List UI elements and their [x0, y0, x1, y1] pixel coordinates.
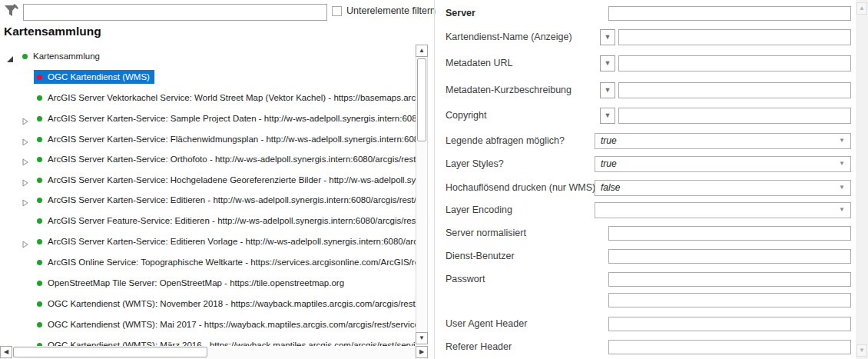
- expander-collapsed-icon[interactable]: [22, 196, 29, 204]
- chevron-down-icon: ▼: [839, 138, 845, 144]
- legende-abfragen-label: Legende abfragen möglich?: [446, 133, 565, 149]
- status-dot-green: [37, 281, 42, 286]
- tree-item[interactable]: ArcGIS Server Karten-Service: Editieren …: [0, 234, 416, 248]
- kartendienst-name-input[interactable]: [618, 29, 851, 45]
- dienst-benutzer-input[interactable]: [608, 249, 851, 264]
- passwort-confirm-input[interactable]: [608, 293, 851, 307]
- user-agent-header-input[interactable]: [608, 317, 851, 331]
- user-agent-header-label: User Agent Header: [446, 316, 527, 332]
- status-dot-green: [37, 178, 42, 183]
- status-dot-green: [37, 198, 42, 203]
- status-dot-green: [37, 218, 42, 224]
- tree-item[interactable]: ArcGIS Server Karten-Service: Hochgelade…: [0, 173, 416, 187]
- status-dot-green: [37, 239, 42, 244]
- tree-item-root[interactable]: Kartensammlung: [0, 49, 416, 63]
- passwort-label: Passwort: [446, 271, 485, 288]
- layer-styles-label: Layer Styles?: [446, 156, 504, 172]
- expander-collapsed-icon[interactable]: [22, 135, 29, 143]
- status-dot-red: [37, 75, 42, 80]
- expander-collapsed-icon[interactable]: [22, 238, 29, 245]
- layer-styles-combobox[interactable]: true ▼: [595, 156, 851, 172]
- status-dot-green: [37, 260, 42, 265]
- form-vertical-scrollbar[interactable]: ▲ ▼: [856, 0, 868, 359]
- scroll-up-icon[interactable]: ▲: [856, 2, 867, 15]
- scroll-down-icon[interactable]: ▼: [416, 332, 428, 344]
- expander-collapsed-icon[interactable]: [22, 176, 29, 184]
- kartendienst-name-label: Kartendienst-Name (Anzeige): [446, 29, 572, 45]
- copyright-dropdown-button[interactable]: ▼: [600, 108, 615, 124]
- chevron-down-icon: ▼: [839, 161, 845, 167]
- scroll-left-icon[interactable]: ◀: [0, 346, 12, 358]
- chevron-down-icon: ▼: [605, 87, 611, 94]
- tree-item[interactable]: ArcGIS Server Feature-Service: Editieren…: [0, 214, 416, 228]
- server-input[interactable]: [608, 6, 851, 21]
- layer-encoding-combobox[interactable]: ▼: [595, 202, 851, 218]
- referer-header-input[interactable]: [608, 340, 851, 354]
- status-dot-green: [37, 157, 42, 162]
- server-label: Server: [446, 5, 475, 22]
- hochaufloesend-drucken-label: Hochauflösend drucken (nur WMS)?: [446, 180, 601, 196]
- expander-collapsed-icon[interactable]: [22, 155, 29, 163]
- chevron-down-icon: ▼: [605, 60, 611, 67]
- metadaten-url-dropdown-button[interactable]: ▼: [600, 55, 615, 71]
- tree-item[interactable]: OGC Kartendienst (WMTS): März 2016 - htt…: [0, 338, 416, 346]
- legende-abfragen-combobox[interactable]: true ▼: [595, 133, 851, 149]
- tree-vertical-scrollbar[interactable]: ▲ ▼: [416, 45, 428, 344]
- metadaten-kurzbeschreibung-label: Metadaten-Kurzbeschreibung: [446, 82, 571, 98]
- passwort-input[interactable]: [608, 272, 851, 287]
- hochaufloesend-drucken-combobox[interactable]: false ▼: [595, 180, 851, 196]
- map-collection-window: Unterelemente filtern Kartensammlung Kar…: [0, 0, 868, 359]
- tree-item[interactable]: ArcGIS Server Vektorkachel Service: Worl…: [0, 91, 416, 105]
- subelements-filter-label[interactable]: Unterelemente filtern: [346, 5, 436, 16]
- copyright-input[interactable]: [618, 108, 851, 124]
- tree-item[interactable]: OGC Kartendienst (WMTS): Mai 2017 - http…: [0, 317, 416, 331]
- status-dot-green: [37, 322, 42, 327]
- metadaten-kurzbeschreibung-input[interactable]: [618, 82, 851, 98]
- tree-item[interactable]: ArcGIS Server Karten-Service: Flächenwid…: [0, 132, 416, 146]
- tree-item[interactable]: ArcGIS Server Karten-Service: Editieren …: [0, 193, 416, 207]
- chevron-down-icon: ▼: [839, 207, 845, 213]
- filter-input[interactable]: [23, 4, 327, 21]
- referer-header-label: Referer Header: [446, 339, 512, 355]
- tree-item[interactable]: OGC Kartendienst (WMTS): November 2018 -…: [0, 297, 416, 311]
- chevron-down-icon: ▼: [605, 112, 611, 119]
- map-collection-tree: Kartensammlung OGC Kartendienst (WMS) Ar…: [0, 45, 416, 346]
- server-normalisiert-input[interactable]: [608, 226, 851, 241]
- chevron-down-icon: ▼: [839, 184, 845, 191]
- tree-item[interactable]: ArcGIS Server Karten-Service: Sample Pro…: [0, 111, 416, 125]
- tree-horizontal-scrollbar[interactable]: ◀ ▶: [0, 346, 428, 359]
- service-properties-form: Server Kartendienst-Name (Anzeige) ▼ Met…: [435, 0, 856, 359]
- metadaten-url-input[interactable]: [618, 55, 851, 71]
- status-dot-green: [37, 301, 42, 307]
- subelements-filter-checkbox[interactable]: [332, 6, 342, 16]
- scroll-right-icon[interactable]: ▶: [416, 346, 428, 358]
- expander-collapsed-icon[interactable]: [22, 115, 29, 122]
- tree-item[interactable]: ArcGIS Online Service: Topographische We…: [0, 255, 416, 269]
- expander-expanded-icon[interactable]: [6, 52, 14, 60]
- horizontal-scroll-thumb[interactable]: [13, 347, 207, 357]
- metadaten-url-label: Metadaten URL: [446, 55, 513, 71]
- status-dot-green: [37, 116, 42, 121]
- status-dot-green: [22, 54, 28, 59]
- scroll-down-icon[interactable]: ▼: [856, 344, 867, 357]
- tree-item[interactable]: OpenStreetMap Tile Server: OpenStreetMap…: [0, 276, 416, 290]
- metadaten-kurzbeschreibung-dropdown-button[interactable]: ▼: [600, 82, 615, 98]
- status-dot-green: [37, 137, 42, 142]
- copyright-label: Copyright: [446, 108, 487, 124]
- page-title: Kartensammlung: [4, 25, 101, 38]
- server-normalisiert-label: Server normalisiert: [446, 225, 526, 241]
- scroll-up-icon[interactable]: ▲: [416, 45, 428, 57]
- tree-item[interactable]: ArcGIS Server Karten-Service: Orthofoto …: [0, 152, 416, 166]
- status-dot-green: [37, 95, 42, 101]
- filter-funnel-edit-icon: [3, 3, 20, 20]
- chevron-down-icon: ▼: [605, 34, 611, 41]
- kartendienst-name-dropdown-button[interactable]: ▼: [600, 29, 615, 45]
- layer-encoding-label: Layer Encoding: [446, 202, 512, 218]
- dienst-benutzer-label: Dienst-Benutzer: [446, 248, 515, 264]
- vertical-scroll-thumb[interactable]: [417, 58, 426, 141]
- tree-item-selected[interactable]: OGC Kartendienst (WMS): [0, 70, 416, 84]
